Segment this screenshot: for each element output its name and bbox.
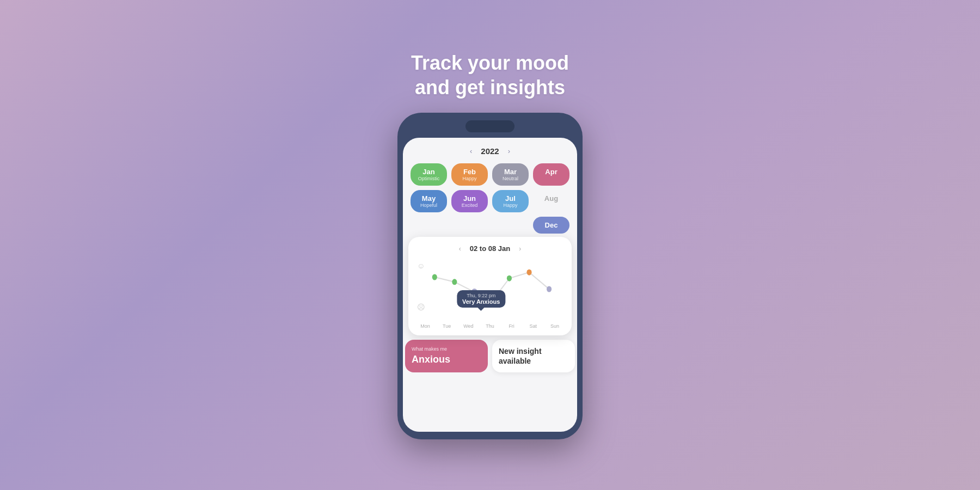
day-mon: Mon	[417, 323, 433, 329]
month-feb[interactable]: Feb Happy	[451, 163, 488, 186]
month-nov	[492, 217, 529, 234]
app-content: ‹ 2022 › Jan Optimistic Feb Happy Mar	[403, 138, 577, 234]
year-prev-button[interactable]: ‹	[470, 147, 472, 155]
week-prev-button[interactable]: ‹	[459, 245, 461, 253]
month-grid-row2: May Hopeful Jun Excited Jul Happy Aug	[411, 190, 569, 212]
new-insight-text: New insight available	[499, 346, 568, 366]
insight-row: What makes me Anxious New insight availa…	[403, 335, 577, 380]
year-selector: ‹ 2022 ›	[411, 146, 569, 156]
phone-frame: ‹ 2022 › Jan Optimistic Feb Happy Mar	[397, 113, 583, 439]
phone-notch-bar	[403, 120, 577, 132]
month-apr[interactable]: Apr	[533, 163, 569, 186]
month-oct	[451, 217, 488, 234]
svg-point-2	[471, 289, 477, 296]
sad-icon: ☹	[417, 303, 425, 311]
week-chart-card: ‹ 02 to 08 Jan › ☺ ☹	[408, 237, 572, 335]
anxious-sub: What makes me	[412, 346, 481, 352]
svg-point-5	[526, 270, 531, 275]
anxious-main: Anxious	[412, 354, 481, 365]
phone-notch	[465, 120, 514, 132]
month-sep	[411, 217, 447, 234]
headline-line1: Track your mood	[411, 52, 569, 74]
month-grid-row3: Dec	[411, 217, 569, 234]
month-mar[interactable]: Mar Neutral	[492, 163, 529, 186]
month-jun[interactable]: Jun Excited	[451, 190, 488, 212]
month-jul[interactable]: Jul Happy	[492, 190, 529, 212]
year-label: 2022	[481, 146, 499, 156]
day-tue: Tue	[439, 323, 455, 329]
day-sat: Sat	[525, 323, 541, 329]
week-nav: ‹ 02 to 08 Jan ›	[416, 244, 564, 253]
headline-line2: and get insights	[415, 76, 565, 99]
day-fri: Fri	[504, 323, 520, 329]
month-aug[interactable]: Aug	[533, 190, 569, 212]
new-insight-card[interactable]: New insight available	[492, 340, 575, 372]
page-headline: Track your mood and get insights	[411, 51, 569, 100]
day-labels: Mon Tue Wed Thu Fri Sat Sun	[416, 323, 564, 329]
month-grid-row1: Jan Optimistic Feb Happy Mar Neutral Apr	[411, 163, 569, 186]
happy-icon: ☺	[417, 261, 425, 270]
svg-point-1	[452, 279, 457, 285]
svg-point-4	[507, 275, 512, 281]
svg-point-3	[492, 295, 497, 301]
day-thu: Thu	[482, 323, 498, 329]
week-next-button[interactable]: ›	[519, 245, 521, 253]
day-sun: Sun	[547, 323, 563, 329]
phone-screen: ‹ 2022 › Jan Optimistic Feb Happy Mar	[403, 138, 577, 432]
anxious-insight-card[interactable]: What makes me Anxious	[405, 340, 488, 372]
mood-chart: ☺ ☹	[416, 259, 564, 319]
day-wed: Wed	[460, 323, 476, 329]
svg-point-6	[547, 286, 552, 292]
month-may[interactable]: May Hopeful	[411, 190, 447, 212]
month-jan[interactable]: Jan Optimistic	[411, 163, 447, 186]
svg-point-0	[432, 274, 437, 280]
week-label: 02 to 08 Jan	[470, 244, 510, 253]
year-next-button[interactable]: ›	[508, 147, 510, 155]
month-dec[interactable]: Dec	[533, 217, 569, 234]
chart-svg	[425, 259, 564, 319]
